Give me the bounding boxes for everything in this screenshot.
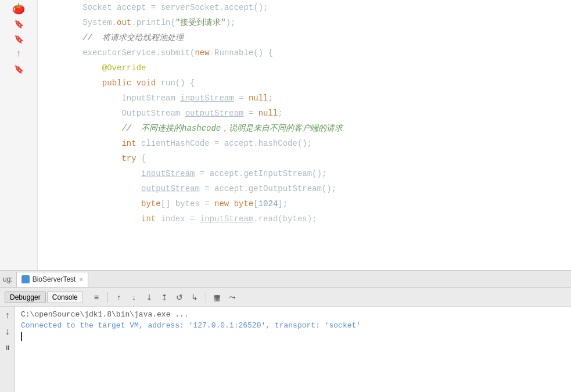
tomato-icon: 🍅 xyxy=(12,2,25,15)
debug-toolbar: Debugger Console ≡ ↑ ↓ ⤓ ↥ ↺ ↳ ▦ ⤳ xyxy=(0,288,571,307)
gutter-row-10 xyxy=(0,137,37,152)
editor-gutter: 🍅 🔖 🔖 ↑ 🔖 xyxy=(0,0,38,270)
code-line-15: int index = inputStream.read(bytes); xyxy=(44,211,571,226)
code-line-13: outputStream = accept.getOutputStream(); xyxy=(44,181,571,196)
code-line-9: // 不同连接的hashcode，说明是来自不同的客户端的请求 xyxy=(44,121,571,136)
toolbar-step-over-button[interactable]: ↑ xyxy=(113,291,125,304)
console-cursor xyxy=(21,332,22,341)
code-line-5: @Override xyxy=(44,60,571,75)
tab-file-icon xyxy=(21,275,30,283)
toolbar-separator-2 xyxy=(206,292,206,303)
gutter-row-12 xyxy=(0,167,37,182)
bookmark-icon-2: 🔖 xyxy=(14,34,24,44)
debug-left-nav: ↑ ↓ ⏸ xyxy=(0,307,15,392)
console-output: C:\openSource\jdk1.8\bin\java.exe ... Co… xyxy=(15,307,571,392)
console-tab-button[interactable]: Console xyxy=(47,292,83,303)
code-line-3: // 将请求交给线程池处理 xyxy=(44,30,571,45)
gutter-row-8 xyxy=(0,107,37,122)
toolbar-settings-button[interactable]: ⤳ xyxy=(226,291,239,304)
debug-content: ↑ ↓ ⏸ C:\openSource\jdk1.8\bin\java.exe … xyxy=(0,307,571,392)
gutter-row-7 xyxy=(0,92,37,107)
code-lines: Socket accept = serverSocket.accept(); S… xyxy=(38,0,571,270)
console-cursor-line xyxy=(21,332,565,341)
tab-close-button[interactable]: × xyxy=(79,276,82,283)
code-line-14: byte[] bytes = new byte[1024]; xyxy=(44,196,571,211)
code-editor: 🍅 🔖 🔖 ↑ 🔖 Socket accept = serverSocket.a… xyxy=(0,0,571,270)
scroll-down-button[interactable]: ↓ xyxy=(1,325,14,338)
code-line-2: System.out.println("接受到请求"); xyxy=(44,15,571,30)
bookmark-icon-1: 🔖 xyxy=(14,19,24,29)
gutter-row-13 xyxy=(0,182,37,197)
gutter-row-11 xyxy=(0,152,37,167)
arrow-up-icon: ↑ xyxy=(16,49,21,59)
toolbar-more-button[interactable]: ↳ xyxy=(188,291,201,304)
code-line-12: inputStream = accept.getInputStream(); xyxy=(44,166,571,181)
code-line-11: try { xyxy=(44,151,571,166)
toolbar-step-out-button[interactable]: ⤓ xyxy=(143,291,156,304)
toolbar-separator-1 xyxy=(107,292,108,303)
code-line-8: OutputStream outputStream = null; xyxy=(44,106,571,121)
debug-label: ug: xyxy=(3,275,13,283)
code-line-4: executorService.submit(new Runnable() { xyxy=(44,45,571,60)
toolbar-menu-button[interactable]: ≡ xyxy=(90,291,103,304)
toolbar-run-to-cursor-button[interactable]: ↥ xyxy=(158,291,171,304)
scroll-up-button[interactable]: ↑ xyxy=(1,309,14,322)
code-line-6: public void run() { xyxy=(44,75,571,91)
gutter-row-4: ↑ xyxy=(0,46,37,62)
toolbar-evaluate-button[interactable]: ↺ xyxy=(173,291,186,304)
toolbar-step-into-button[interactable]: ↓ xyxy=(128,291,141,304)
debug-panel: ug: BioServerTest × Debugger Console ≡ ↑… xyxy=(0,270,571,392)
debug-tabs-bar: ug: BioServerTest × xyxy=(0,271,571,288)
code-line-7: InputStream inputStream = null; xyxy=(44,91,571,106)
gutter-row-9 xyxy=(0,122,37,137)
gutter-row-6 xyxy=(0,77,37,92)
bookmark-icon-3: 🔖 xyxy=(14,64,24,74)
pause-button[interactable]: ⏸ xyxy=(1,341,14,354)
debugger-tab-button[interactable]: Debugger xyxy=(5,292,46,303)
gutter-row-15 xyxy=(0,213,37,228)
gutter-row-5: 🔖 xyxy=(0,62,37,77)
code-line-1: Socket accept = serverSocket.accept(); xyxy=(44,0,571,15)
toolbar-restore-layout-button[interactable]: ▦ xyxy=(211,291,224,304)
code-line-10: int clientHashCode = accept.hashCode(); xyxy=(44,136,571,151)
debug-tab-label: BioServerTest xyxy=(33,275,76,283)
console-line-1: C:\openSource\jdk1.8\bin\java.exe ... xyxy=(21,310,565,319)
gutter-row-1: 🍅 xyxy=(0,1,37,16)
debug-tab-bioservertest[interactable]: BioServerTest × xyxy=(16,272,88,287)
gutter-row-2: 🔖 xyxy=(0,16,37,31)
console-line-2: Connected to the target VM, address: '12… xyxy=(21,321,565,330)
gutter-row-3: 🔖 xyxy=(0,31,37,46)
gutter-row-14 xyxy=(0,197,37,213)
